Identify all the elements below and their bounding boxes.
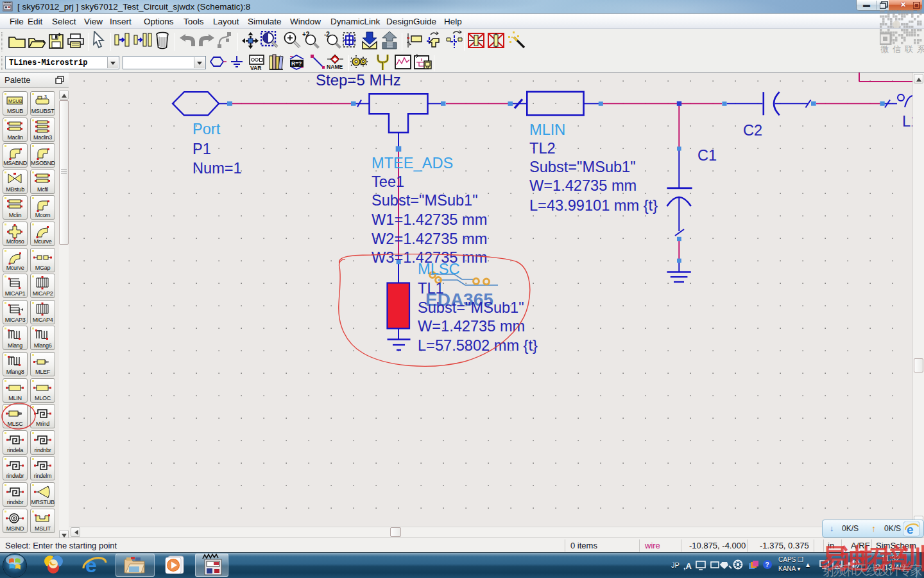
svg-text:NAME: NAME <box>327 64 343 70</box>
svg-text:W2=1.42735 mm: W2=1.42735 mm <box>372 231 487 247</box>
svg-text:MLIN: MLIN <box>529 121 565 138</box>
svg-text:P1: P1 <box>193 141 211 157</box>
svg-text:L1: L1 <box>902 113 912 130</box>
svg-text:TL1: TL1 <box>418 280 444 297</box>
svg-text:C2: C2 <box>743 122 762 139</box>
svg-text:Tee1: Tee1 <box>372 173 404 190</box>
svg-text:W=1.42735 mm: W=1.42735 mm <box>529 177 637 194</box>
svg-text:W1=1.42735 mm: W1=1.42735 mm <box>372 211 487 228</box>
svg-text:MSUB: MSUB <box>8 98 22 104</box>
svg-text:L=57.5802 mm {t}: L=57.5802 mm {t} <box>418 337 538 354</box>
svg-text:Subst="MSub1": Subst="MSub1" <box>418 299 524 316</box>
svg-text:TL2: TL2 <box>529 140 556 157</box>
svg-text:3: 3 <box>44 94 47 99</box>
svg-text:,A: ,A <box>683 561 692 571</box>
svg-text:L=43.99101 mm {t}: L=43.99101 mm {t} <box>529 197 658 214</box>
svg-text:Step=5 MHz: Step=5 MHz <box>316 73 401 89</box>
svg-text:Subst="MSub1": Subst="MSub1" <box>372 192 478 209</box>
svg-text:Num=1: Num=1 <box>193 160 242 177</box>
svg-text:?: ? <box>766 561 769 568</box>
svg-text:R=?: R=? <box>291 60 302 67</box>
svg-text:Subst="MSub1": Subst="MSub1" <box>529 159 636 175</box>
svg-text:VAR: VAR <box>250 65 262 70</box>
svg-text:Port: Port <box>193 121 221 137</box>
svg-text:C1: C1 <box>697 147 717 164</box>
svg-text:MTEE_ADS: MTEE_ADS <box>372 155 453 171</box>
svg-text:MLSC: MLSC <box>418 261 460 277</box>
svg-text:W=1.42735 mm: W=1.42735 mm <box>418 318 525 335</box>
